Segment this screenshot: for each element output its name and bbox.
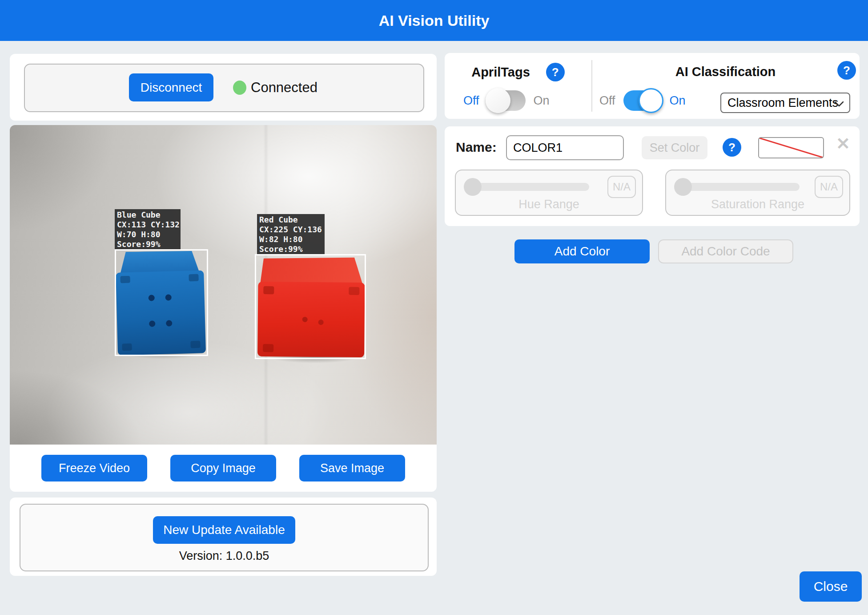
blue-cube-detection-label: Blue CubeCX:113 CY:132W:70 H:80Score:99% bbox=[115, 209, 181, 250]
add-color-code-button[interactable]: Add Color Code bbox=[658, 239, 793, 263]
name-label: Name: bbox=[456, 140, 497, 155]
video-card: Blue CubeCX:113 CY:132W:70 H:80Score:99%… bbox=[10, 125, 437, 492]
connection-status-box: Disconnect Connected bbox=[24, 64, 424, 112]
color-name-input[interactable] bbox=[506, 135, 624, 160]
hue-range-label: Hue Range bbox=[456, 198, 642, 211]
disconnect-button[interactable]: Disconnect bbox=[129, 73, 213, 101]
apriltags-on-label: On bbox=[534, 94, 550, 108]
version-text: Version: 1.0.0.b5 bbox=[20, 549, 428, 563]
apriltags-header: AprilTags ? bbox=[445, 63, 591, 81]
chevron-down-icon bbox=[834, 101, 844, 107]
remove-color-icon[interactable]: ✕ bbox=[836, 135, 850, 152]
modes-card: AprilTags ? Off On AI Classification ? O… bbox=[445, 53, 860, 119]
color-swatch bbox=[758, 137, 824, 158]
hue-slider-track[interactable] bbox=[470, 183, 589, 191]
saturation-range-group: N/A Saturation Range bbox=[665, 170, 850, 216]
update-box: New Update Available Version: 1.0.0.b5 bbox=[20, 504, 429, 571]
apriltags-help-icon[interactable]: ? bbox=[546, 63, 565, 81]
title-bar: AI Vision Utility bbox=[0, 0, 868, 41]
apriltags-title: AprilTags bbox=[471, 65, 530, 80]
model-select[interactable]: Classroom Elements bbox=[720, 93, 850, 113]
saturation-range-label: Saturation Range bbox=[666, 198, 849, 211]
add-color-button[interactable]: Add Color bbox=[514, 239, 650, 263]
hue-slider-knob[interactable] bbox=[464, 178, 482, 196]
saturation-slider-knob[interactable] bbox=[674, 178, 692, 196]
saturation-slider-track[interactable] bbox=[680, 183, 800, 191]
hue-value-badge: N/A bbox=[607, 176, 636, 198]
ai-classification-title: AI Classification bbox=[591, 65, 860, 79]
toggle-knob bbox=[639, 88, 663, 113]
apriltags-toggle-row: Off On bbox=[463, 90, 550, 111]
ai-classification-toggle-row: Off On bbox=[599, 90, 686, 111]
red-cube-detection-label: Red CubeCX:225 CY:136W:82 H:80Score:99% bbox=[257, 214, 325, 255]
new-update-available-button[interactable]: New Update Available bbox=[153, 516, 295, 544]
page-title: AI Vision Utility bbox=[379, 12, 490, 29]
connection-card: Disconnect Connected bbox=[10, 54, 437, 121]
ai-vision-utility-window: AI Vision Utility Disconnect Connected bbox=[0, 0, 868, 615]
connected-status-dot-icon bbox=[233, 81, 246, 95]
red-cube-bounding-box bbox=[255, 254, 366, 359]
video-controls-row: Freeze Video Copy Image Save Image bbox=[10, 445, 437, 492]
camera-video-feed[interactable]: Blue CubeCX:113 CY:132W:70 H:80Score:99%… bbox=[10, 125, 437, 445]
set-color-button[interactable]: Set Color bbox=[642, 136, 707, 159]
close-button[interactable]: Close bbox=[800, 571, 862, 602]
ai-classification-help-icon[interactable]: ? bbox=[837, 61, 856, 80]
apriltags-toggle[interactable] bbox=[487, 90, 526, 111]
freeze-video-button[interactable]: Freeze Video bbox=[41, 455, 147, 481]
apriltags-off-label: Off bbox=[463, 94, 479, 108]
hue-range-group: N/A Hue Range bbox=[455, 170, 643, 216]
save-image-button[interactable]: Save Image bbox=[299, 455, 405, 481]
ai-on-label: On bbox=[670, 94, 686, 108]
set-color-help-icon[interactable]: ? bbox=[723, 138, 741, 157]
ai-off-label: Off bbox=[599, 94, 615, 108]
toggle-knob bbox=[486, 88, 510, 113]
color-config-card: Name: Set Color ? ✕ N/A Hue Range N/A Sa… bbox=[445, 126, 860, 226]
saturation-value-badge: N/A bbox=[815, 176, 843, 198]
model-select-value: Classroom Elements bbox=[727, 96, 838, 110]
blue-cube-bounding-box bbox=[115, 249, 208, 356]
ai-classification-toggle[interactable] bbox=[623, 90, 662, 111]
copy-image-button[interactable]: Copy Image bbox=[170, 455, 276, 481]
update-card: New Update Available Version: 1.0.0.b5 bbox=[10, 498, 437, 576]
connection-status-text: Connected bbox=[251, 80, 317, 96]
